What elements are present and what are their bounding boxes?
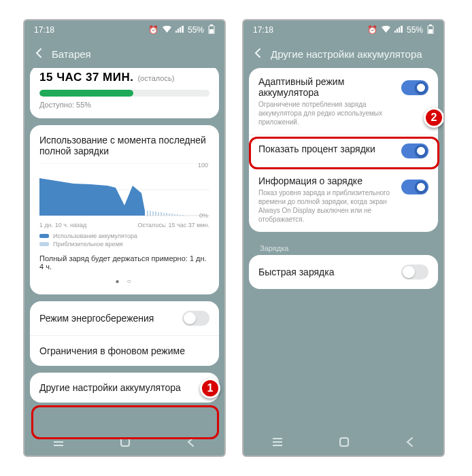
available-label: Доступно: 55% xyxy=(39,101,209,109)
header-bar: Батарея xyxy=(24,39,224,68)
clock: 17:18 xyxy=(34,25,54,35)
row-background-limits[interactable]: Ограничения в фоновом режиме xyxy=(30,336,219,366)
svg-rect-14 xyxy=(169,214,170,216)
nav-back-icon[interactable] xyxy=(186,437,197,450)
page-title: Батарея xyxy=(52,48,91,60)
nav-home-icon[interactable] xyxy=(120,437,131,450)
toggle-charge-info[interactable] xyxy=(401,180,428,194)
svg-rect-19 xyxy=(182,215,184,216)
adaptive-title: Адаптивный режим аккумулятора xyxy=(258,76,396,98)
full-charge-estimate: Полный заряд будет держаться примерно: 1… xyxy=(39,254,209,271)
svg-rect-26 xyxy=(428,29,433,33)
row-power-saving[interactable]: Режим энергосбережения xyxy=(30,301,219,336)
svg-rect-12 xyxy=(163,213,165,216)
page-title: Другие настройки аккумулятора xyxy=(271,48,422,60)
x-left: 1 дн. 10 ч. назад xyxy=(39,222,86,228)
y-max: 100 xyxy=(198,162,208,169)
adaptive-desc: Ограничение потребления заряда аккумулят… xyxy=(258,100,396,126)
nav-bar xyxy=(24,431,224,456)
row-adaptive-battery[interactable]: Адаптивный режим аккумулятора Ограничени… xyxy=(249,68,438,135)
toggle-show-percent[interactable] xyxy=(401,143,428,158)
x-right: Осталось: 15 час 37 мин. xyxy=(138,222,209,228)
svg-rect-6 xyxy=(147,211,148,216)
row-charge-info[interactable]: Информация о зарядке Показ уровня заряда… xyxy=(249,167,438,232)
back-icon[interactable] xyxy=(252,47,264,61)
svg-rect-23 xyxy=(121,438,129,446)
row-power-label: Режим энергосбережения xyxy=(39,313,154,324)
status-bar: 17:18 ⏰ 55% xyxy=(243,20,443,39)
legend-est: Приблизительное время xyxy=(53,241,123,248)
wifi-icon xyxy=(382,25,390,35)
usage-chart: 100 0% 1 дн. 10 ч. назад Осталось: 15 ча xyxy=(39,163,209,228)
svg-rect-9 xyxy=(155,211,156,216)
battery-percent: 55% xyxy=(188,25,204,35)
row-fast-charging[interactable]: Быстрая зарядка xyxy=(249,255,438,289)
usage-card[interactable]: Использование с момента последней полной… xyxy=(30,125,219,294)
usage-title: Использование с момента последней полной… xyxy=(39,135,209,156)
battery-progress xyxy=(39,90,209,97)
back-icon[interactable] xyxy=(33,47,45,61)
badge-2: 2 xyxy=(424,107,444,128)
alarm-icon: ⏰ xyxy=(148,25,158,35)
forecast-bars xyxy=(147,211,184,216)
header-bar: Другие настройки аккумулятора xyxy=(243,39,443,68)
svg-rect-15 xyxy=(171,214,173,216)
phone-battery-screen: 17:18 ⏰ 55% Батарея xyxy=(23,19,226,457)
badge-1: 1 xyxy=(200,378,220,398)
alarm-icon: ⏰ xyxy=(367,25,377,35)
info-desc: Показ уровня заряда и приблизительного в… xyxy=(258,188,396,224)
info-title: Информация о зарядке xyxy=(258,175,396,186)
svg-rect-1 xyxy=(210,24,213,26)
svg-rect-11 xyxy=(161,212,162,216)
row-other-label: Другие настройки аккумулятора xyxy=(39,382,181,393)
svg-rect-2 xyxy=(209,29,214,33)
nav-recents-icon[interactable] xyxy=(271,437,284,449)
signal-icon xyxy=(175,25,184,35)
svg-rect-18 xyxy=(180,215,181,216)
battery-icon xyxy=(208,24,215,36)
percent-title: Показать процент зарядки xyxy=(258,143,396,154)
svg-rect-25 xyxy=(429,24,432,26)
row-other-battery-settings[interactable]: Другие настройки аккумулятора xyxy=(30,373,219,403)
svg-rect-7 xyxy=(150,211,151,216)
status-bar: 17:18 ⏰ 55% xyxy=(24,20,224,39)
section-charging: Зарядка xyxy=(249,239,438,255)
nav-back-icon[interactable] xyxy=(405,437,416,450)
svg-rect-13 xyxy=(166,213,167,216)
time-remaining: 15 ЧАС 37 МИН. xyxy=(39,71,133,84)
nav-bar xyxy=(243,431,443,456)
y-min: 0% xyxy=(199,212,208,219)
nav-home-icon[interactable] xyxy=(339,437,350,450)
nav-recents-icon[interactable] xyxy=(52,437,65,449)
clock: 17:18 xyxy=(253,25,273,35)
wifi-icon xyxy=(163,25,171,35)
row-bg-label: Ограничения в фоновом режиме xyxy=(39,345,185,356)
signal-icon xyxy=(394,25,403,35)
svg-rect-10 xyxy=(158,212,159,216)
battery-progress-fill xyxy=(39,90,133,97)
legend-swatch-use xyxy=(39,234,49,238)
svg-rect-30 xyxy=(340,438,348,446)
page-dots[interactable]: ● ○ xyxy=(39,277,209,285)
fast-title: Быстрая зарядка xyxy=(258,267,335,277)
battery-percent: 55% xyxy=(407,25,423,35)
legend-swatch-est xyxy=(39,242,49,246)
legend-use: Использование аккумулятора xyxy=(53,233,137,239)
svg-rect-8 xyxy=(152,211,154,216)
svg-rect-16 xyxy=(174,214,175,216)
svg-rect-17 xyxy=(177,214,178,216)
phone-other-battery-settings: 17:18 ⏰ 55% Другие настройки аккумулятор… xyxy=(242,19,445,457)
toggle-power-saving[interactable] xyxy=(182,311,209,326)
row-show-percent[interactable]: Показать процент зарядки xyxy=(249,135,438,167)
toggle-adaptive[interactable] xyxy=(401,80,428,95)
remaining-suffix: (осталось) xyxy=(137,74,174,82)
battery-icon xyxy=(427,24,434,36)
toggle-fast-charging[interactable] xyxy=(401,265,428,279)
